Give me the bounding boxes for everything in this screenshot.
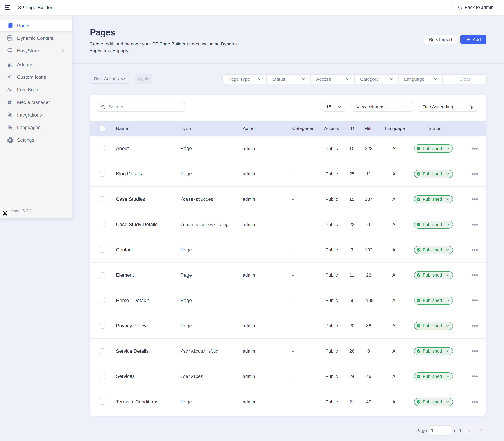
svg-text:A: A: [10, 127, 12, 129]
svg-text:A: A: [7, 87, 11, 92]
svg-text:a: a: [10, 88, 12, 92]
